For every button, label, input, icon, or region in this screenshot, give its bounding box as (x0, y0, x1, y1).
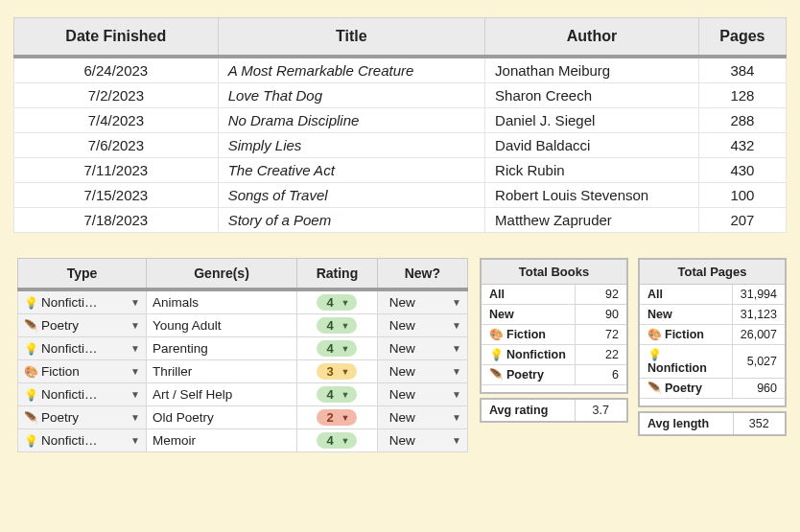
chevron-down-icon: ▼ (452, 366, 461, 377)
category-icon: 🎨 (647, 328, 661, 341)
cell-genre: Old Poetry (147, 406, 297, 429)
cell-author: Robert Louis Stevenson (485, 183, 699, 208)
table-row: 7/18/2023Story of a PoemMatthew Zapruder… (14, 208, 787, 233)
new-dropdown[interactable]: New▼ (377, 383, 467, 406)
type-dropdown[interactable]: 🪶Poetry▼ (18, 314, 147, 337)
table-row: 💡Nonficti…▼Animals4▼New▼ (18, 289, 468, 314)
stat-label: 🪶Poetry (481, 365, 575, 385)
rating-dropdown[interactable]: 4▼ (297, 383, 378, 406)
rating-dropdown[interactable]: 2▼ (297, 406, 378, 429)
chevron-down-icon: ▼ (341, 344, 349, 354)
category-icon: 💡 (647, 348, 661, 361)
stat-value: 960 (732, 379, 786, 399)
chevron-down-icon: ▼ (452, 297, 461, 308)
cell-genre: Young Adult (147, 314, 297, 337)
new-dropdown[interactable]: New▼ (377, 314, 467, 337)
table-row: 🪶Poetry▼Old Poetry2▼New▼ (18, 406, 468, 429)
table-row: 💡Nonficti…▼Parenting4▼New▼ (18, 337, 468, 360)
stat-value: 92 (575, 285, 627, 305)
chevron-down-icon: ▼ (452, 389, 461, 400)
new-dropdown[interactable]: New▼ (377, 429, 467, 452)
avg-rating-value: 3.7 (575, 399, 627, 422)
type-dropdown[interactable]: 💡Nonficti…▼ (18, 383, 147, 406)
cell-pages: 432 (698, 133, 786, 158)
table-row: 🎨Fiction▼Thriller3▼New▼ (18, 360, 468, 383)
category-icon: 🪶 (489, 368, 503, 382)
chevron-down-icon: ▼ (341, 436, 349, 446)
stat-label: New (481, 305, 575, 325)
cell-author: Matthew Zapruder (485, 208, 699, 233)
header-date: Date Finished (14, 18, 219, 58)
type-dropdown[interactable]: 🎨Fiction▼ (18, 360, 147, 383)
cell-title: Simply Lies (218, 133, 484, 158)
table-row: 6/24/2023A Most Remarkable CreatureJonat… (14, 57, 787, 83)
new-dropdown[interactable]: New▼ (377, 337, 467, 360)
chevron-down-icon: ▼ (130, 412, 140, 423)
header-title: Title (218, 18, 484, 58)
rating-dropdown[interactable]: 4▼ (297, 289, 378, 314)
chevron-down-icon: ▼ (130, 435, 140, 446)
cell-pages: 384 (698, 57, 786, 83)
cell-genre: Animals (147, 289, 297, 314)
new-dropdown[interactable]: New▼ (377, 289, 467, 314)
table-row: 7/6/2023Simply LiesDavid Baldacci432 (14, 133, 787, 158)
rating-dropdown[interactable]: 4▼ (297, 337, 378, 360)
total-books-table: Total Books All92New90🎨Fiction72💡Nonfict… (480, 258, 628, 394)
stat-row: 💡Nonfiction22 (481, 345, 627, 365)
cell-date: 7/6/2023 (14, 133, 219, 158)
chevron-down-icon: ▼ (130, 389, 140, 400)
cell-genre: Thriller (147, 360, 297, 383)
category-icon: 💡 (489, 348, 503, 361)
type-icon: 🎨 (24, 365, 37, 379)
cell-author: Rick Rubin (485, 158, 699, 183)
chevron-down-icon: ▼ (130, 320, 140, 331)
stat-label: 🎨Fiction (481, 325, 575, 345)
stat-row: New31,123 (639, 305, 786, 325)
chevron-down-icon: ▼ (341, 390, 349, 400)
type-icon: 💡 (24, 434, 37, 448)
cell-date: 6/24/2023 (14, 57, 219, 83)
avg-length-label: Avg length (639, 412, 733, 435)
cell-pages: 207 (698, 208, 786, 233)
new-dropdown[interactable]: New▼ (377, 406, 467, 429)
new-dropdown[interactable]: New▼ (377, 360, 467, 383)
table-row: 💡Nonficti…▼Art / Self Help4▼New▼ (18, 383, 468, 406)
rating-dropdown[interactable]: 4▼ (297, 314, 378, 337)
category-icon: 🎨 (489, 328, 503, 341)
header-rating: Rating (297, 259, 378, 290)
cell-date: 7/11/2023 (14, 158, 219, 183)
stat-label: 🪶Poetry (639, 379, 732, 399)
cell-title: Love That Dog (218, 83, 484, 108)
header-type: Type (18, 259, 147, 290)
chevron-down-icon: ▼ (452, 412, 461, 423)
cell-pages: 288 (698, 108, 786, 133)
cell-title: The Creative Act (218, 158, 484, 183)
type-dropdown[interactable]: 💡Nonficti…▼ (18, 289, 147, 314)
cell-genre: Parenting (147, 337, 297, 360)
cell-author: Daniel J. Siegel (485, 108, 699, 133)
stat-value: 31,123 (732, 305, 786, 325)
rating-dropdown[interactable]: 3▼ (297, 360, 378, 383)
stat-label: All (481, 285, 575, 305)
type-icon: 🪶 (24, 411, 37, 425)
stat-value: 26,007 (732, 325, 786, 345)
cell-title: No Drama Discipline (218, 108, 484, 133)
cell-genre: Art / Self Help (147, 383, 297, 406)
chevron-down-icon: ▼ (130, 366, 140, 377)
header-new: New? (377, 259, 467, 290)
type-dropdown[interactable]: 🪶Poetry▼ (18, 406, 147, 429)
stat-label: 🎨Fiction (639, 325, 732, 345)
stat-row: All31,994 (639, 285, 786, 305)
avg-rating-label: Avg rating (481, 399, 575, 422)
stat-value: 6 (575, 365, 627, 385)
type-icon: 💡 (24, 342, 37, 356)
type-dropdown[interactable]: 💡Nonficti…▼ (18, 429, 147, 452)
rating-dropdown[interactable]: 4▼ (297, 429, 378, 452)
avg-length-value: 352 (733, 412, 786, 435)
stat-value: 22 (575, 345, 627, 365)
type-dropdown[interactable]: 💡Nonficti…▼ (18, 337, 147, 360)
cell-pages: 100 (698, 183, 786, 208)
avg-rating-table: Avg rating 3.7 (480, 398, 628, 423)
chevron-down-icon: ▼ (341, 413, 349, 423)
stat-row: 🪶Poetry6 (481, 365, 627, 385)
